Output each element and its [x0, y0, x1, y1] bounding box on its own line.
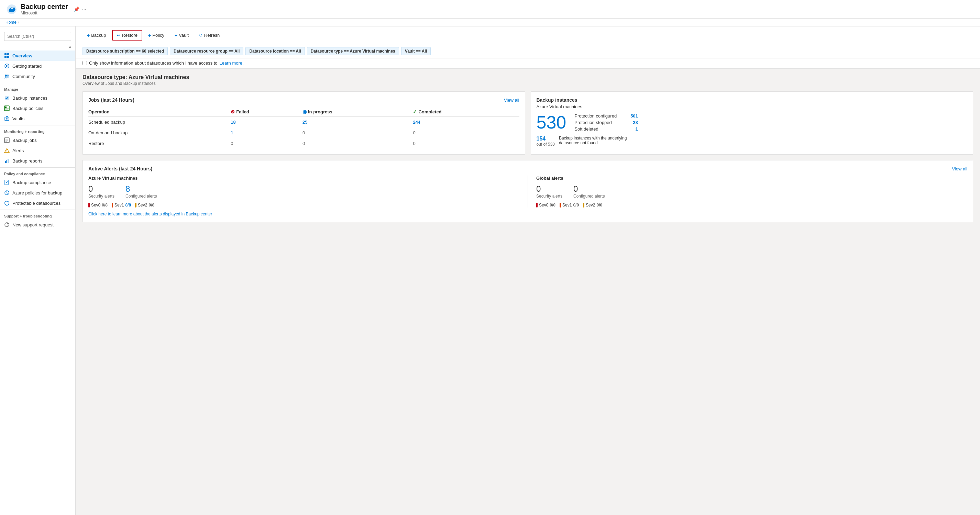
sidebar-item-vaults[interactable]: Vaults — [0, 113, 75, 124]
bi-stat-stopped-label: Protection stopped — [574, 120, 611, 125]
manage-section-label: Manage — [0, 83, 75, 93]
bi-stat-configured: Protection configured 501 — [574, 113, 638, 119]
sev-global-1: Sev1 0/0 — [560, 203, 579, 208]
filter-vault-text: Vault == — [405, 49, 422, 54]
filter-vault-value: All — [422, 49, 427, 54]
support-section-label: Support + troubleshooting — [0, 210, 75, 219]
protectable-datasources-icon — [4, 200, 10, 206]
alerts-global-security-label: Security alerts — [536, 194, 562, 199]
failed-ondemand[interactable]: 1 — [231, 127, 302, 138]
bi-card-subtitle: Azure Virtual machines — [536, 104, 967, 109]
global-sev0-dot — [536, 203, 538, 208]
sidebar-item-getting-started-label: Getting started — [13, 64, 41, 69]
search-input[interactable] — [4, 32, 71, 41]
filter-resource-group[interactable]: Datasource resource group == All — [170, 47, 243, 55]
refresh-button[interactable]: ↺ Refresh — [194, 30, 224, 40]
sev2-value: 0/8 — [148, 203, 154, 208]
sidebar-item-backup-policies[interactable]: Backup policies — [0, 103, 75, 113]
bi-stat-configured-label: Protection configured — [574, 113, 617, 119]
sidebar-item-alerts[interactable]: Alerts — [0, 145, 75, 156]
global-sev1-dot — [560, 203, 561, 208]
access-checkbox[interactable] — [83, 61, 87, 65]
completed-scheduled[interactable]: 244 — [413, 117, 519, 128]
bi-footnote-desc: Backup instances with the underlying dat… — [559, 136, 641, 147]
support-icon: ? — [4, 222, 10, 227]
sidebar-item-backup-compliance[interactable]: Backup compliance — [0, 177, 75, 188]
learn-more-link[interactable]: Learn more. — [220, 60, 244, 66]
sidebar-item-community-label: Community — [13, 74, 35, 79]
svg-rect-13 — [5, 110, 8, 110]
alerts-vm-security: 0 Security alerts — [88, 184, 115, 199]
policy-button-label: Policy — [152, 33, 164, 38]
bi-stat-stopped-value[interactable]: 28 — [633, 120, 638, 125]
sidebar-item-backup-policies-label: Backup policies — [13, 106, 43, 111]
filter-location-value: All — [296, 49, 301, 54]
filters-bar: Datasource subscription == 60 selected D… — [76, 45, 980, 59]
bi-stat-soft-deleted-value[interactable]: 1 — [636, 126, 638, 132]
sev-vm-0: Sev0 0/8 — [88, 203, 108, 208]
sidebar-item-backup-reports[interactable]: Backup reports — [0, 156, 75, 166]
collapse-button[interactable]: « — [68, 44, 71, 49]
col-failed: ⊗ Failed — [231, 107, 302, 117]
jobs-view-all-link[interactable]: View all — [504, 98, 519, 103]
progress-scheduled[interactable]: 25 — [302, 117, 413, 128]
svg-point-8 — [7, 75, 9, 76]
sidebar-item-getting-started[interactable]: Getting started — [0, 61, 75, 71]
sidebar-item-protectable-datasources[interactable]: Protectable datasources — [0, 198, 75, 208]
sidebar-item-protectable-datasources-label: Protectable datasources — [13, 201, 60, 206]
more-icon[interactable]: ··· — [82, 6, 86, 12]
progress-restore: 0 — [302, 138, 413, 149]
sev2-dot — [135, 203, 137, 208]
alerts-vm-title: Azure Virtual machines — [88, 176, 519, 181]
alerts-icon — [4, 148, 10, 153]
azure-policies-icon — [4, 190, 10, 196]
pin-icon[interactable]: 📌 — [73, 6, 80, 12]
filter-vault[interactable]: Vault == All — [401, 47, 431, 55]
sidebar-item-backup-instances[interactable]: Backup instances — [0, 93, 75, 103]
completed-restore: 0 — [413, 138, 519, 149]
sidebar-item-azure-policies[interactable]: Azure policies for backup — [0, 188, 75, 198]
vault-button[interactable]: + Vault — [170, 30, 193, 41]
sidebar-item-new-support-request[interactable]: ? New support request — [0, 219, 75, 230]
alerts-view-all-link[interactable]: View all — [952, 166, 967, 172]
filter-location[interactable]: Datasource location == All — [245, 47, 305, 55]
bi-stat-configured-value[interactable]: 501 — [630, 113, 638, 119]
plus-icon-policy: + — [148, 33, 151, 38]
sidebar-item-overview[interactable]: Overview — [0, 51, 75, 61]
refresh-button-label: Refresh — [204, 33, 220, 38]
table-row: Restore 0 0 0 — [88, 138, 519, 149]
sidebar-item-community[interactable]: Community — [0, 71, 75, 81]
alerts-learn-more-link[interactable]: Click here to learn more about the alert… — [88, 211, 967, 216]
global-sev1-label: Sev1 — [562, 203, 572, 208]
alerts-global-sev-pills: Sev0 0/0 Sev1 0/0 Sev2 0/0 — [536, 203, 967, 208]
sidebar-item-backup-jobs[interactable]: Backup jobs — [0, 135, 75, 145]
completed-ondemand: 0 — [413, 127, 519, 138]
policy-button[interactable]: + Policy — [144, 30, 169, 41]
restore-button[interactable]: ↩ Restore — [112, 30, 143, 41]
filter-subscription[interactable]: Datasource subscription == 60 selected — [83, 47, 168, 55]
header-icons: 📌 ··· — [73, 6, 86, 12]
sev2-label: Sev2 — [138, 203, 147, 208]
alerts-vm-configured-count: 8 — [126, 184, 157, 194]
overview-icon — [4, 53, 10, 59]
page-content: Datasource type: Azure Virtual machines … — [76, 69, 980, 228]
filter-type[interactable]: Datasource type == Azure Virtual machine… — [307, 47, 399, 55]
vault-button-label: Vault — [179, 33, 189, 38]
backup-button[interactable]: + Backup — [83, 30, 111, 41]
alerts-global-title: Global alerts — [536, 176, 967, 181]
backup-jobs-icon — [4, 137, 10, 143]
monitoring-section-label: Monitoring + reporting — [0, 125, 75, 135]
bi-card-title: Backup instances — [536, 97, 967, 103]
backup-compliance-icon — [4, 180, 10, 185]
failed-scheduled[interactable]: 18 — [231, 117, 302, 128]
alerts-global-security: 0 Security alerts — [536, 184, 562, 199]
svg-rect-4 — [7, 56, 9, 58]
alerts-columns: Azure Virtual machines 0 Security alerts… — [88, 176, 967, 208]
restore-button-label: Restore — [122, 33, 138, 38]
progress-ondemand: 0 — [302, 127, 413, 138]
app-title: Backup center — [21, 3, 68, 11]
bi-main-section: 530 Protection configured 501 Protection… — [536, 113, 967, 132]
sidebar-item-azure-policies-label: Azure policies for backup — [13, 190, 62, 196]
breadcrumb-home[interactable]: Home — [5, 20, 16, 25]
search-box[interactable] — [0, 29, 75, 44]
